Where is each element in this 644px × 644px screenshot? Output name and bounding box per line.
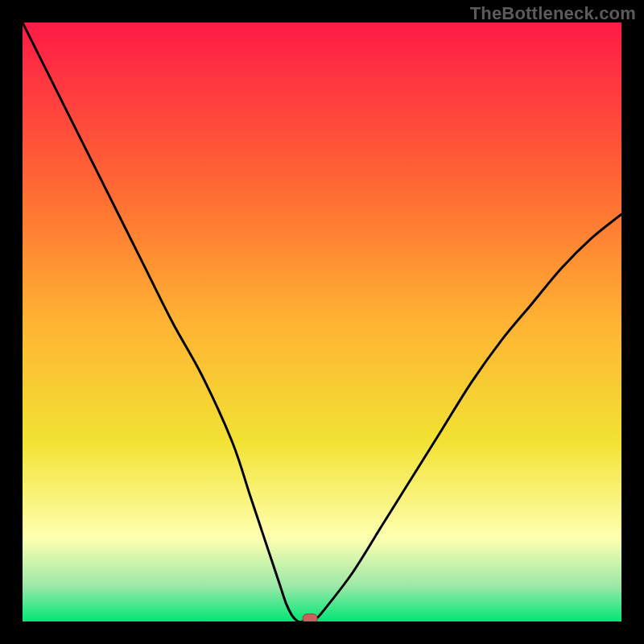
- chart-frame: TheBottleneck.com: [0, 0, 644, 644]
- watermark-text: TheBottleneck.com: [470, 3, 636, 24]
- minimum-marker: [303, 614, 317, 621]
- bottleneck-chart-svg: [23, 23, 621, 621]
- gradient-background: [23, 23, 621, 621]
- plot-area: [23, 23, 621, 621]
